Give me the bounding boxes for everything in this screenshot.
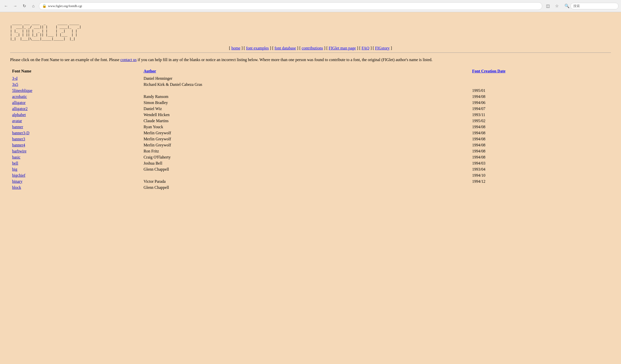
font-author: Daniel Wiz xyxy=(142,106,470,112)
font-author: Randy Ransom xyxy=(142,94,470,100)
font-date xyxy=(470,185,611,191)
nav-font-examples[interactable]: font examples xyxy=(246,46,269,50)
font-author: Daniel Henninger xyxy=(142,75,470,82)
nav-figstory[interactable]: FIGstory xyxy=(375,46,390,50)
col-header-author[interactable]: Author xyxy=(142,68,470,75)
figlet-logo: _____ ___ ____ _ _____ _____ | ___|_ _/ … xyxy=(10,17,611,41)
font-name-link[interactable]: alphabet xyxy=(12,113,26,117)
nav-font-database[interactable]: font database xyxy=(275,46,296,50)
search-input[interactable] xyxy=(571,3,618,9)
font-name-link[interactable]: alligator2 xyxy=(12,107,28,111)
font-name-link[interactable]: banner xyxy=(12,125,23,129)
font-name-link[interactable]: 3x5 xyxy=(12,82,18,87)
font-table: Font Name Author Font Creation Date 3-dD… xyxy=(10,68,611,191)
table-header-row: Font Name Author Font Creation Date xyxy=(10,68,611,75)
font-author xyxy=(142,88,470,94)
font-author: Ron Fritz xyxy=(142,148,470,154)
nav-bar: [ home ] [ font examples ] [ font databa… xyxy=(10,46,611,50)
font-author: Ryan Youck xyxy=(142,124,470,130)
font-date xyxy=(470,82,611,88)
table-row: bigGlenn Chappell1993/04 xyxy=(10,166,611,172)
font-author: Richard Kirk & Daniel Cabeza Gras xyxy=(142,82,470,88)
font-name-link[interactable]: basic xyxy=(12,155,20,159)
font-author: Craig O'Flaherty xyxy=(142,154,470,160)
nav-home[interactable]: home xyxy=(231,46,240,50)
contact-us-link[interactable]: contact us xyxy=(120,58,137,62)
font-date: 1994/06 xyxy=(470,100,611,106)
font-date: 1994/08 xyxy=(470,136,611,142)
browser-search: 🔍 xyxy=(564,3,618,9)
forward-button[interactable]: → xyxy=(12,3,19,10)
font-author: Merlin Greywolf xyxy=(142,142,470,148)
table-row: blockGlenn Chappell xyxy=(10,185,611,191)
description-text-before: Please click on the Font Name to see an … xyxy=(10,58,120,62)
description-text-after: if you can help fill in any of the blank… xyxy=(137,58,432,62)
description: Please click on the Font Name to see an … xyxy=(10,57,611,63)
font-date: 1994/07 xyxy=(470,106,611,112)
font-author: Joshua Bell xyxy=(142,160,470,166)
font-name-link[interactable]: bell xyxy=(12,161,18,165)
table-row: bannerRyan Youck1994/08 xyxy=(10,124,611,130)
font-author: Claude Martins xyxy=(142,118,470,124)
font-name-link[interactable]: acrobatic xyxy=(12,94,27,99)
font-date xyxy=(470,75,611,82)
nav-man-page[interactable]: FIGlet man page xyxy=(329,46,356,50)
font-name-link[interactable]: avatar xyxy=(12,119,22,123)
font-date: 1994/10 xyxy=(470,172,611,178)
reload-button[interactable]: ↻ xyxy=(21,3,28,10)
page-content: _____ ___ ____ _ _____ _____ | ___|_ _/ … xyxy=(0,12,621,196)
font-author: Victor Parada xyxy=(142,178,470,185)
table-row: basicCraig O'Flaherty1994/08 xyxy=(10,154,611,160)
table-row: bigchief1994/10 xyxy=(10,172,611,178)
font-name-link[interactable]: block xyxy=(12,185,21,190)
font-author: Merlin Greywolf xyxy=(142,136,470,142)
font-name-link[interactable]: banner3-D xyxy=(12,131,29,135)
font-name-link[interactable]: 5lineoblique xyxy=(12,88,32,93)
font-name-link[interactable]: banner3 xyxy=(12,137,25,141)
back-button[interactable]: ← xyxy=(3,3,10,10)
font-name-link[interactable]: binary xyxy=(12,179,22,184)
table-row: barbwireRon Fritz1994/08 xyxy=(10,148,611,154)
browser-chrome: ← → ↻ ⌂ 🔒 www.figlet.org/fontdb.cgi ◫ ☆ … xyxy=(0,0,621,12)
search-icon: 🔍 xyxy=(564,4,570,8)
font-date: 1994/08 xyxy=(470,94,611,100)
font-date: 1994/08 xyxy=(470,154,611,160)
nav-contributions[interactable]: contributions xyxy=(302,46,323,50)
bookmark-button[interactable]: ☆ xyxy=(553,3,560,10)
font-date: 1994/08 xyxy=(470,130,611,136)
font-author: Glenn Chappell xyxy=(142,166,470,172)
font-author: Simon Bradley xyxy=(142,100,470,106)
table-row: 3x5Richard Kirk & Daniel Cabeza Gras xyxy=(10,82,611,88)
home-button[interactable]: ⌂ xyxy=(30,3,37,10)
font-date: 1995/01 xyxy=(470,88,611,94)
table-row: bellJoshua Bell1994/03 xyxy=(10,160,611,166)
table-row: banner3Merlin Greywolf1994/08 xyxy=(10,136,611,142)
font-date: 1993/11 xyxy=(470,112,611,118)
nav-faq[interactable]: FAQ xyxy=(361,46,369,50)
font-name-link[interactable]: alligator xyxy=(12,100,25,105)
font-name-link[interactable]: bigchief xyxy=(12,173,25,177)
table-row: acrobaticRandy Ransom1994/08 xyxy=(10,94,611,100)
table-row: alligator2Daniel Wiz1994/07 xyxy=(10,106,611,112)
font-name-link[interactable]: barbwire xyxy=(12,149,27,153)
font-author: Merlin Greywolf xyxy=(142,130,470,136)
font-author: Wendell Hicken xyxy=(142,112,470,118)
font-name-link[interactable]: big xyxy=(12,167,17,171)
font-name-link[interactable]: banner4 xyxy=(12,143,25,147)
nav-divider xyxy=(10,53,611,53)
font-date: 1994/08 xyxy=(470,148,611,154)
table-row: banner4Merlin Greywolf1994/08 xyxy=(10,142,611,148)
security-icon: 🔒 xyxy=(42,4,46,8)
font-date: 1993/04 xyxy=(470,166,611,172)
qr-button[interactable]: ◫ xyxy=(544,3,551,10)
table-row: alligatorSimon Bradley1994/06 xyxy=(10,100,611,106)
font-date: 1994/03 xyxy=(470,160,611,166)
font-date: 1994/08 xyxy=(470,124,611,130)
table-row: avatarClaude Martins1995/02 xyxy=(10,118,611,124)
address-bar[interactable]: 🔒 www.figlet.org/fontdb.cgi xyxy=(39,2,542,10)
table-row: banner3-DMerlin Greywolf1994/08 xyxy=(10,130,611,136)
font-date: 1995/02 xyxy=(470,118,611,124)
font-name-link[interactable]: 3-d xyxy=(12,76,17,81)
col-header-date[interactable]: Font Creation Date xyxy=(470,68,611,75)
url-text: www.figlet.org/fontdb.cgi xyxy=(48,4,82,8)
